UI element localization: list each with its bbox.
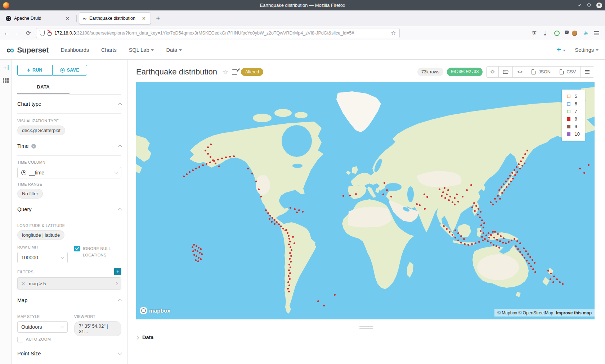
earthquake-point[interactable] — [454, 229, 456, 231]
nav-item-sql-lab[interactable]: SQL Lab — [129, 47, 154, 53]
earthquake-point[interactable] — [449, 231, 451, 233]
earthquake-point[interactable] — [480, 211, 481, 213]
expand-datasource-icon[interactable]: →| — [3, 64, 9, 70]
earthquake-point[interactable] — [519, 168, 521, 169]
extension-icon[interactable]: ✳ — [583, 30, 588, 37]
earthquake-point[interactable] — [485, 235, 487, 236]
tab-data[interactable]: DATA — [17, 81, 70, 94]
earthquake-point[interactable] — [493, 244, 494, 246]
earthquake-point[interactable] — [317, 300, 319, 302]
remove-filter-icon[interactable]: ✕ — [21, 281, 25, 286]
earthquake-point[interactable] — [496, 239, 498, 241]
earthquake-point[interactable] — [290, 267, 291, 268]
earthquake-point[interactable] — [293, 242, 295, 244]
earthquake-point[interactable] — [484, 238, 486, 240]
section-header[interactable]: Chart type — [17, 101, 121, 112]
earthquake-point[interactable] — [532, 268, 534, 270]
earthquake-point[interactable] — [251, 173, 253, 174]
earthquake-point[interactable] — [467, 244, 469, 246]
email-button[interactable] — [499, 67, 513, 77]
earthquake-point[interactable] — [192, 169, 194, 171]
earthquake-point[interactable] — [452, 201, 453, 203]
export-json-button[interactable]: .JSON — [527, 67, 555, 77]
earthquake-point[interactable] — [274, 219, 275, 221]
bookmark-star-icon[interactable]: ☆ — [391, 30, 396, 36]
earthquake-point[interactable] — [390, 196, 392, 197]
menu-icon[interactable] — [594, 31, 599, 35]
earthquake-point[interactable] — [202, 164, 204, 166]
time-range-pill[interactable]: No filter — [17, 189, 43, 199]
earthquake-point[interactable] — [296, 211, 298, 213]
earthquake-point[interactable] — [449, 196, 451, 197]
earthquake-point[interactable] — [189, 171, 191, 173]
earthquake-point[interactable] — [516, 166, 517, 168]
earthquake-point[interactable] — [196, 255, 197, 257]
earthquake-point[interactable] — [282, 228, 284, 229]
earthquake-point[interactable] — [490, 201, 492, 203]
nav-item-charts[interactable]: Charts — [101, 47, 117, 53]
earthquake-point[interactable] — [579, 168, 581, 169]
earthquake-point[interactable] — [287, 288, 289, 290]
minimize-icon[interactable] — [578, 3, 581, 6]
save-button[interactable]: +SAVE — [52, 65, 88, 76]
earthquake-point[interactable] — [278, 223, 280, 225]
earthquake-point[interactable] — [503, 237, 505, 239]
ghostery-icon[interactable] — [554, 31, 560, 36]
earthquake-point[interactable] — [258, 188, 260, 190]
earthquake-point[interactable] — [483, 227, 484, 228]
earthquake-point[interactable] — [471, 243, 473, 245]
dataset-grid-icon[interactable] — [3, 78, 9, 83]
auto-zoom-checkbox[interactable] — [17, 337, 23, 342]
new-tab-button[interactable]: + — [152, 14, 165, 23]
earthquake-point[interactable] — [192, 250, 194, 252]
earthquake-point[interactable] — [496, 201, 497, 203]
earthquake-point[interactable] — [302, 211, 304, 213]
section-header[interactable]: Timei — [17, 143, 121, 154]
earthquake-point[interactable] — [290, 207, 291, 209]
earthquake-point[interactable] — [267, 212, 269, 214]
earthquake-point[interactable] — [524, 163, 525, 164]
earthquake-point[interactable] — [527, 253, 529, 255]
earthquake-point[interactable] — [521, 165, 523, 167]
earthquake-point[interactable] — [454, 197, 456, 199]
download-icon[interactable]: ⭳ — [543, 31, 548, 36]
earthquake-point[interactable] — [288, 264, 290, 265]
earthquake-point[interactable] — [290, 246, 291, 248]
more-options-button[interactable] — [581, 67, 594, 77]
earthquake-point[interactable] — [466, 189, 468, 191]
maximize-icon[interactable] — [587, 3, 591, 8]
add-new-button[interactable]: + — [557, 46, 566, 54]
earthquake-point[interactable] — [477, 214, 479, 215]
earthquake-point[interactable] — [492, 204, 494, 205]
earthquake-point[interactable] — [294, 208, 296, 210]
earthquake-point[interactable] — [483, 232, 484, 234]
earthquake-point[interactable] — [499, 240, 501, 242]
viewport-pill[interactable]: 7° 35' 54.02" | 31... — [74, 321, 121, 336]
earthquake-point[interactable] — [457, 240, 459, 241]
earthquake-point[interactable] — [530, 265, 532, 267]
earthquake-point[interactable] — [288, 238, 290, 240]
earthquake-point[interactable] — [470, 184, 472, 186]
earthquake-point[interactable] — [194, 249, 196, 251]
earthquake-point[interactable] — [218, 165, 220, 167]
earthquake-point[interactable] — [210, 156, 211, 158]
earthquake-point[interactable] — [247, 168, 249, 169]
ignore-null-checkbox[interactable] — [74, 246, 80, 251]
earthquake-point[interactable] — [384, 182, 385, 184]
earthquake-point[interactable] — [517, 248, 519, 250]
earthquake-point[interactable] — [280, 226, 282, 227]
earthquake-point[interactable] — [511, 172, 513, 174]
earthquake-point[interactable] — [287, 281, 289, 283]
earthquake-point[interactable] — [454, 204, 456, 205]
earthquake-point[interactable] — [424, 194, 425, 195]
pocket-shield-icon[interactable]: ⛨ — [532, 31, 536, 36]
tab-apache-druid[interactable]: Apache Druid ✕ — [2, 12, 74, 24]
earthquake-point[interactable] — [456, 194, 458, 195]
earthquake-point[interactable] — [441, 195, 443, 197]
earthquake-point[interactable] — [493, 237, 495, 238]
url-field[interactable]: 172.18.0.3:32108/superset/explore/?form_… — [36, 28, 400, 38]
earthquake-point[interactable] — [482, 240, 484, 241]
drag-handle[interactable] — [359, 325, 373, 330]
earthquake-point[interactable] — [193, 254, 195, 256]
earthquake-point[interactable] — [481, 236, 483, 238]
